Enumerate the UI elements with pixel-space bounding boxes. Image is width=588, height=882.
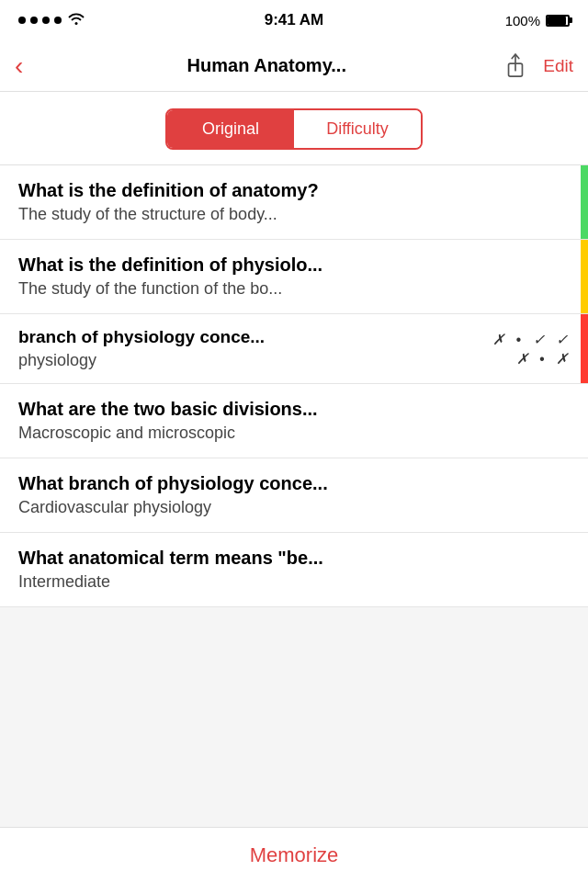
table-row[interactable]: What branch of physiology conce... Cardi… [0,458,588,533]
marker-row-2: ✗ • ✗ [516,350,572,368]
table-row[interactable]: What are the two basic divisions... Macr… [0,384,588,458]
segment-original[interactable]: Original [167,110,294,148]
battery-percent: 100% [505,13,540,28]
memorize-button[interactable]: Memorize [250,843,339,867]
battery-icon [546,15,570,27]
card-answer: Intermediate [18,572,570,592]
back-button[interactable]: ‹ [15,50,30,83]
marker-row-1: ✗ • ✓ ✓ [492,331,571,348]
segment-control: Original Difficulty [165,108,423,150]
status-bar: 9:41 AM 100% [0,0,588,40]
card-answer: physiology [18,351,481,370]
cards-list: What is the definition of anatomy? The s… [0,165,588,607]
segment-difficulty[interactable]: Difficulty [294,110,421,148]
card-answer: Macroscopic and microscopic [18,424,570,443]
card-question: What are the two basic divisions... [18,399,570,420]
table-row[interactable]: What is the definition of anatomy? The s… [0,165,588,240]
wifi-icon [67,11,85,30]
difficulty-markers: ✗ • ✓ ✓ ✗ • ✗ [492,331,588,368]
card-answer: The study of the structure of body... [18,205,570,224]
difficulty-bar [581,240,588,313]
dot4 [54,17,62,24]
card-question: What branch of physiology conce... [18,473,570,494]
page-title: Human Anatomy... [30,55,503,76]
card-answer: Cardiovascular physiology [18,498,570,517]
card-answer: The study of the function of the bo... [18,279,570,299]
table-row[interactable]: What is the definition of physiolo... Th… [0,240,588,314]
dot3 [42,17,50,24]
card-question: What is the definition of physiolo... [18,254,570,276]
difficulty-bar [581,314,588,383]
status-left [18,11,85,30]
edit-button[interactable]: Edit [543,56,573,76]
signal-dots [18,17,62,24]
difficulty-row: branch of physiology conce... physiology… [18,327,588,370]
difficulty-bar [581,165,588,239]
nav-actions: Edit [503,53,573,79]
card-question: What is the definition of anatomy? [18,180,570,201]
share-button[interactable] [503,53,528,79]
bottom-bar: Memorize [0,827,588,882]
table-row[interactable]: What anatomical term means "be... Interm… [0,533,588,607]
segment-container: Original Difficulty [0,92,588,165]
status-time: 9:41 AM [265,11,324,29]
nav-bar: ‹ Human Anatomy... Edit [0,40,588,92]
card-question: branch of physiology conce... [18,327,481,347]
card-text-col: branch of physiology conce... physiology [18,327,492,370]
table-row[interactable]: branch of physiology conce... physiology… [0,314,588,384]
card-question: What anatomical term means "be... [18,548,570,569]
dot1 [18,17,26,24]
status-right: 100% [505,13,570,28]
dot2 [30,17,38,24]
